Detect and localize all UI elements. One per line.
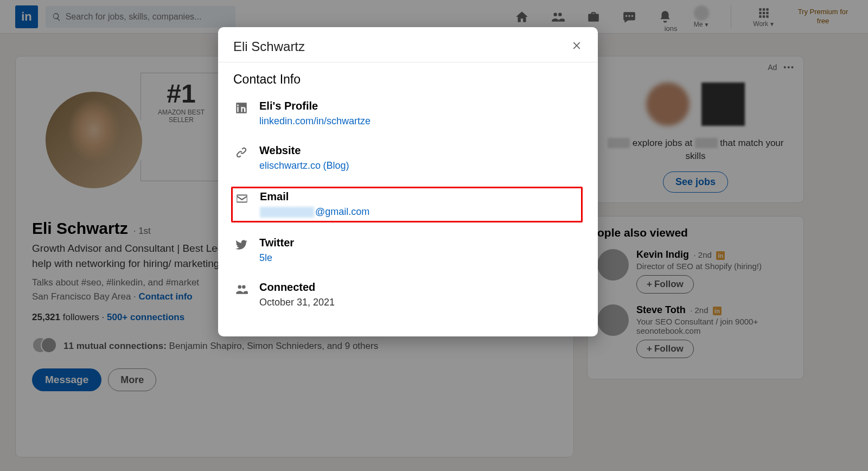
people-icon: [233, 281, 250, 296]
website-note: (Blog): [323, 160, 349, 171]
contact-website-row: Website elischwartz.co (Blog): [233, 142, 583, 175]
profile-url-link[interactable]: linkedin.com/in/schwartze: [259, 116, 371, 126]
contact-info-heading: Contact Info: [233, 72, 583, 87]
contact-twitter-row: Twitter 5le: [233, 234, 583, 267]
contact-twitter-label: Twitter: [259, 237, 294, 249]
modal-title: Eli Schwartz: [233, 39, 305, 54]
contact-email-label: Email: [260, 190, 369, 203]
close-icon: [571, 40, 583, 52]
contact-email-row: Email @gmail.com: [231, 187, 583, 222]
twitter-icon: [233, 237, 250, 252]
connected-date: October 31, 2021: [259, 297, 335, 308]
twitter-link[interactable]: 5le: [259, 252, 272, 263]
linkedin-icon: [233, 100, 250, 115]
contact-connected-row: Connected October 31, 2021: [233, 279, 583, 311]
contact-info-modal: Eli Schwartz Contact Info Eli's Profile …: [218, 27, 598, 336]
contact-profile-row: Eli's Profile linkedin.com/in/schwartze: [233, 98, 583, 130]
redacted-icon: [260, 207, 314, 218]
website-link[interactable]: elischwartz.co: [259, 160, 321, 171]
contact-connected-label: Connected: [259, 281, 335, 294]
link-icon: [233, 144, 250, 160]
contact-website-label: Website: [259, 144, 349, 157]
email-suffix: @gmail.com: [315, 206, 369, 217]
mail-icon: [234, 190, 250, 206]
contact-profile-label: Eli's Profile: [259, 100, 371, 112]
email-link[interactable]: @gmail.com: [260, 206, 369, 217]
close-button[interactable]: [571, 39, 583, 54]
